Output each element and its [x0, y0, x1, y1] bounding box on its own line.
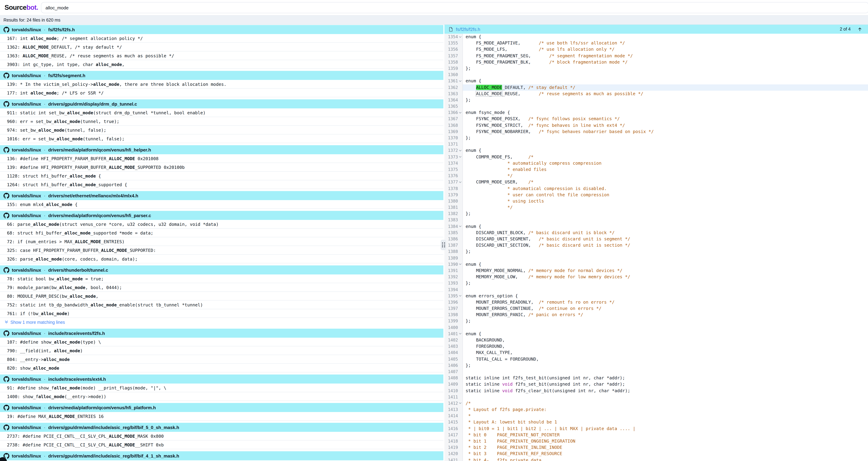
match-line[interactable]: 761: if (!bw_alloc_mode) [0, 309, 443, 318]
result-file-header[interactable]: torvalds/linux·include/trace/events/ext4… [0, 374, 443, 383]
code-line[interactable]: 1414 * [444, 413, 868, 419]
code-line[interactable]: 1369 FSYNC_MODE_NOBARRIER, /* fsync beha… [444, 128, 868, 135]
app-logo[interactable]: Sourcebot. [4, 3, 38, 11]
fold-chevron-icon[interactable] [458, 225, 462, 228]
code-line[interactable]: 1357 FS_MODE_FRAGMENT_SEG, /* segment fr… [444, 53, 868, 59]
match-line[interactable]: 91: #define show_falloc_mode(mode) __pri… [0, 383, 443, 392]
match-line[interactable]: 1264: struct hfi_buffer_alloc_mode_suppo… [0, 180, 443, 189]
code-line[interactable]: 1403 FOREGROUND, [444, 343, 868, 349]
code-line[interactable]: 1411 [444, 394, 868, 400]
code-line[interactable]: 1408static inline int f2fs_test_bit(unsi… [444, 375, 868, 381]
fold-chevron-icon[interactable] [458, 35, 462, 38]
result-file-header[interactable]: torvalds/linux·drivers/media/platform/qc… [0, 403, 443, 412]
result-file-header[interactable]: torvalds/linux·include/trace/events/f2fs… [0, 329, 443, 338]
previous-match-button[interactable] [858, 27, 862, 31]
search-input[interactable] [41, 2, 868, 13]
fold-chevron-icon[interactable] [458, 263, 462, 266]
code-line[interactable]: 1399}; [444, 318, 868, 324]
match-line[interactable]: 325: case HFI_PROPERTY_PARAM_BUFFER_ALLO… [0, 246, 443, 255]
code-line[interactable]: 1386 DISCARD_UNIT_SEGMENT, /* basic disc… [444, 236, 868, 242]
code-line[interactable]: 1373 COMPR_MODE_FS, /* [444, 154, 868, 160]
match-line[interactable]: 790: __field(int, alloc_mode) [0, 346, 443, 355]
code-line[interactable]: 1410static inline void f2fs_clear_bit(un… [444, 387, 868, 394]
match-line[interactable]: 3903: int gc_type, int type, char alloc_… [0, 60, 443, 69]
code-line[interactable]: 1381 */ [444, 204, 868, 210]
code-line[interactable]: 1358 FS_MODE_FRAGMENT_BLK, /* block frag… [444, 59, 868, 65]
match-line[interactable]: 752: static int tb_dp_bandwidth_alloc_mo… [0, 300, 443, 309]
code-line[interactable]: 1361enum { [444, 78, 868, 84]
match-line[interactable]: 68: struct hfi_buffer_alloc_mode_support… [0, 229, 443, 237]
match-line[interactable]: 974: set_bw_alloc_mode(tunnel, false); [0, 126, 443, 135]
code-line[interactable]: 1389 [444, 255, 868, 261]
fold-chevron-icon[interactable] [458, 111, 462, 114]
preview-file-path[interactable]: fs/f2fs/f2fs.h [456, 27, 480, 32]
code-line[interactable]: 1379 * user can control the file compres… [444, 192, 868, 198]
match-line[interactable]: 326: parse_alloc_mode(core, codecs, doma… [0, 255, 443, 263]
code-line[interactable]: 1417 * bit 0 PAGE_PRIVATE_NOT_POINTER [444, 432, 868, 438]
code-line[interactable]: 1374 * automatically compress compressio… [444, 160, 868, 166]
result-file-header[interactable]: torvalds/linux·fs/f2fs/f2fs.h [0, 25, 443, 34]
match-line[interactable]: 72: if (num_entries > MAX_ALLOC_MODE_ENT… [0, 237, 443, 246]
match-line[interactable]: 66: parse_alloc_mode(struct venus_core *… [0, 220, 443, 229]
result-file-header[interactable]: torvalds/linux·drivers/gpu/drm/amd/inclu… [0, 451, 443, 460]
fold-chevron-icon[interactable] [458, 294, 462, 297]
code-line[interactable]: 1393}; [444, 280, 868, 286]
code-line[interactable]: 1364}; [444, 97, 868, 103]
code-line[interactable]: 1392 MEMORY_MODE_LOW, /* memory mode for… [444, 274, 868, 280]
match-line[interactable]: 136: #define HFI_PROPERTY_PARAM_BUFFER_A… [0, 154, 443, 163]
code-line[interactable]: 1413 * Layout of f2fs page.private: [444, 406, 868, 413]
code-line[interactable]: 1372enum { [444, 147, 868, 154]
match-line[interactable]: 1362: ALLOC_MODE_DEFAULT, /* stay defaul… [0, 43, 443, 51]
fold-chevron-icon[interactable] [458, 155, 462, 159]
match-line[interactable]: 804: __entry->alloc_mode [0, 355, 443, 364]
code-line[interactable]: 1375 * enabled files [444, 166, 868, 173]
code-line[interactable]: 1376 */ [444, 173, 868, 179]
fold-chevron-icon[interactable] [458, 149, 462, 152]
code-line[interactable]: 1405 TOTAL_CALL = FOREGROUND, [444, 356, 868, 362]
code-line[interactable]: 1420 * bit 3 PAGE_PRIVATE_REF_RESOURCE [444, 451, 868, 457]
code-line[interactable]: 1407 [444, 369, 868, 375]
code-line[interactable]: 1378 * automatical compression is disabl… [444, 185, 868, 192]
code-line[interactable]: 1398 MOUNT_ERRORS_PANIC, /* panic on err… [444, 312, 868, 318]
result-file-header[interactable]: torvalds/linux·drivers/thunderbolt/tunne… [0, 265, 443, 275]
code-line[interactable]: 1385 DISCARD_UNIT_BLOCK, /* basic discar… [444, 230, 868, 236]
match-line[interactable]: 1363: ALLOC_MODE_REUSE, /* reuse segment… [0, 51, 443, 60]
code-line[interactable]: 1390enum { [444, 261, 868, 267]
code-line[interactable]: 1356 FS_MODE_LFS, /* use lfs allocation … [444, 47, 868, 53]
match-line[interactable]: 1400: show_falloc_mode(__entry->mode)) [0, 392, 443, 401]
match-line[interactable]: 107: #define show_alloc_mode(type) \ [0, 338, 443, 346]
code-line[interactable]: 1359}; [444, 65, 868, 71]
code-line[interactable]: 1370}; [444, 135, 868, 141]
match-line[interactable]: 139: * In the victim_sel_policy->alloc_m… [0, 80, 443, 89]
code-line[interactable]: 1395enum errors_option { [444, 293, 868, 299]
code-line[interactable]: 1383 [444, 217, 868, 223]
match-line[interactable]: 2738: #define PCIE_CI_CNTL__CI_SLV_CPL_A… [0, 440, 443, 449]
code-line[interactable]: 1397 MOUNT_ERRORS_CONTINUE, /* continue … [444, 305, 868, 312]
code-line[interactable]: 1401enum { [444, 331, 868, 337]
code-line[interactable]: 1418 * bit 1 PAGE_PRIVATE_ONGOING_MIGRAT… [444, 438, 868, 444]
code-line[interactable]: 1366enum fsync_mode { [444, 110, 868, 116]
code-line[interactable]: 1384enum { [444, 223, 868, 229]
result-file-header[interactable]: torvalds/linux·drivers/gpu/drm/display/d… [0, 99, 443, 108]
match-line[interactable]: 2451: #define PCIE_CI_CNTL__CI_SLV_CPL_A… [0, 460, 443, 461]
result-file-header[interactable]: torvalds/linux·drivers/media/platform/qc… [0, 145, 443, 154]
match-line[interactable]: 1016: err = set_bw_alloc_mode(tunnel, fa… [0, 135, 443, 143]
fold-chevron-icon[interactable] [458, 402, 462, 405]
code-line[interactable]: 1362 ALLOC_MODE_DEFAULT, /* stay default… [444, 84, 868, 90]
code-line[interactable]: 1365 [444, 103, 868, 109]
match-line[interactable]: 19: #define MAX_ALLOC_MODE_ENTRIES 16 [0, 412, 443, 421]
fold-chevron-icon[interactable] [458, 80, 462, 83]
code-line[interactable]: 1402 BACKGROUND, [444, 337, 868, 343]
match-line[interactable]: 1128: struct hfi_buffer_alloc_mode { [0, 172, 443, 180]
code-line[interactable]: 1391 MEMORY_MODE_NORMAL, /* memory mode … [444, 267, 868, 274]
fold-chevron-icon[interactable] [458, 181, 462, 184]
match-line[interactable]: 960: err = set_bw_alloc_mode(tunnel, tru… [0, 117, 443, 126]
code-line[interactable]: 1416 * | bit0 = 1 | bit1 | bit2 | ... | … [444, 425, 868, 432]
code-line[interactable]: 1394 [444, 286, 868, 293]
match-line[interactable]: 177: int alloc_mode; /* LFS or SSR */ [0, 89, 443, 97]
show-more-link[interactable]: Show 1 more matching lines [0, 318, 443, 326]
code-line[interactable]: 1363 ALLOC_MODE_REUSE, /* reuse segments… [444, 90, 868, 97]
match-line[interactable]: 911: static int set_bw_alloc_mode(struct… [0, 108, 443, 117]
code-line[interactable]: 1382}; [444, 211, 868, 217]
code-line[interactable]: 1409static inline void f2fs_set_bit(unsi… [444, 381, 868, 387]
